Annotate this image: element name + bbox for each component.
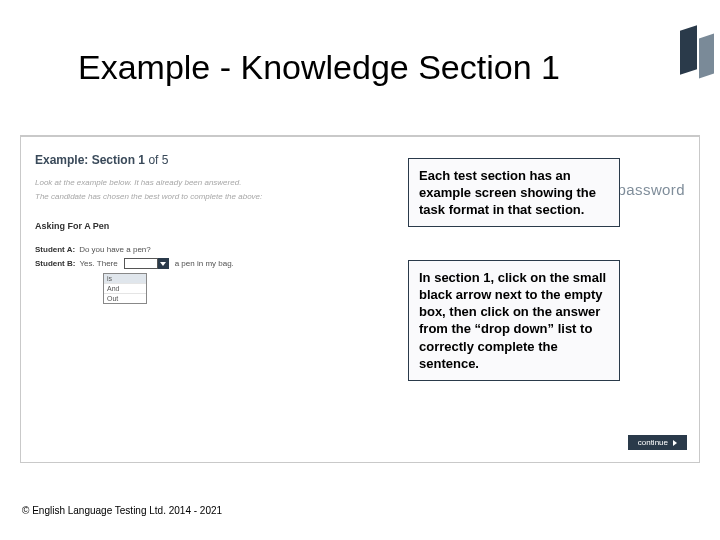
student-a-label: Student A: bbox=[35, 245, 75, 254]
student-b-after: a pen in my bag. bbox=[175, 259, 234, 268]
dropdown-option[interactable]: And bbox=[104, 284, 146, 294]
student-b-before: Yes. There bbox=[79, 259, 117, 268]
dropdown-box[interactable] bbox=[124, 258, 158, 269]
dialogue-line-a: Student A: Do you have a pen? bbox=[35, 245, 685, 254]
brand-text: password bbox=[618, 181, 685, 198]
example-heading-bold: Example: Section 1 bbox=[35, 153, 145, 167]
student-b-label: Student B: bbox=[35, 259, 75, 268]
callout-bottom: In section 1, click on the small black a… bbox=[408, 260, 620, 381]
dropdown-option[interactable]: is bbox=[104, 274, 146, 284]
dropdown-options[interactable]: is And Out bbox=[103, 273, 147, 304]
svg-marker-0 bbox=[160, 262, 166, 266]
chevron-down-icon[interactable] bbox=[158, 258, 169, 269]
slide-title: Example - Knowledge Section 1 bbox=[78, 48, 560, 87]
continue-button[interactable]: continue bbox=[628, 435, 687, 450]
corner-logo-icon bbox=[658, 28, 716, 98]
continue-label: continue bbox=[638, 438, 668, 447]
example-heading-rest: of 5 bbox=[145, 153, 168, 167]
callout-top: Each test section has an example screen … bbox=[408, 158, 620, 227]
answer-dropdown[interactable] bbox=[124, 258, 169, 269]
triangle-right-icon bbox=[673, 440, 677, 446]
dropdown-option[interactable]: Out bbox=[104, 294, 146, 303]
copyright-text: © English Language Testing Ltd. 2014 - 2… bbox=[22, 505, 222, 516]
student-a-text: Do you have a pen? bbox=[79, 245, 151, 254]
